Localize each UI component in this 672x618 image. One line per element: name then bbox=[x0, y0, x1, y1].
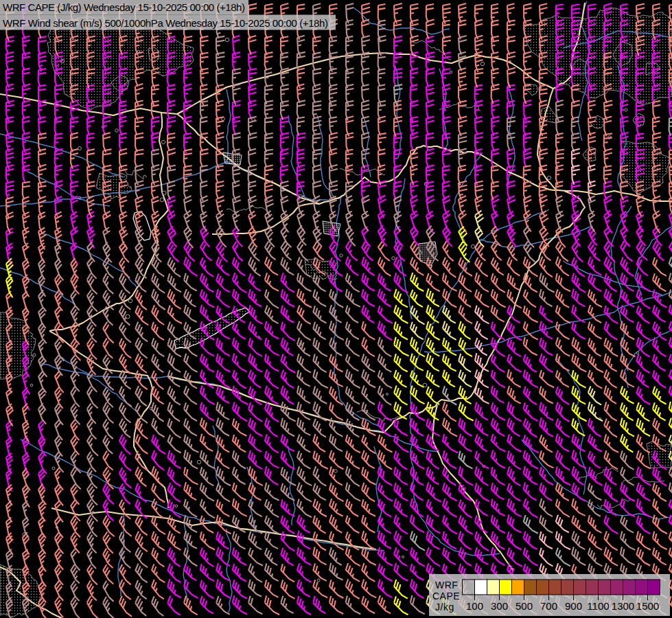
svg-text:300: 300 bbox=[491, 600, 508, 612]
svg-text:100: 100 bbox=[466, 600, 483, 612]
svg-text:WRF Wind shear (m/s) 500/1000h: WRF Wind shear (m/s) 500/1000hPa Wednesd… bbox=[3, 17, 328, 29]
svg-text:WRF: WRF bbox=[435, 580, 458, 591]
svg-text:1100: 1100 bbox=[587, 600, 609, 612]
svg-text:CAPE: CAPE bbox=[432, 591, 460, 602]
svg-text:500: 500 bbox=[515, 600, 533, 612]
svg-text:700: 700 bbox=[540, 600, 557, 612]
svg-text:1500: 1500 bbox=[636, 600, 659, 612]
svg-text:WRF CAPE (J/kg) Wednesday 15-1: WRF CAPE (J/kg) Wednesday 15-10-2025 00:… bbox=[3, 1, 245, 13]
svg-text:J/kg: J/kg bbox=[435, 602, 454, 613]
svg-text:900: 900 bbox=[565, 600, 582, 612]
svg-text:1300: 1300 bbox=[612, 600, 634, 612]
